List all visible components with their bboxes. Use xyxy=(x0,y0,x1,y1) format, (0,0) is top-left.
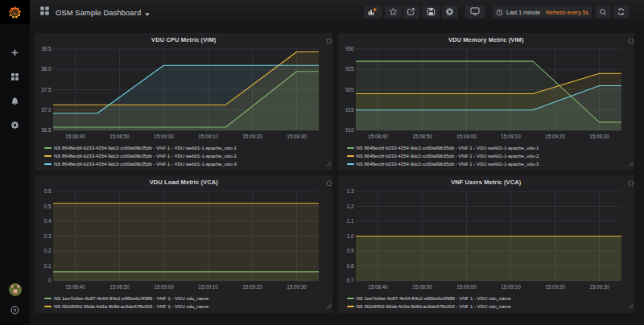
monitor-icon xyxy=(470,5,480,19)
y-tick-label: 915 xyxy=(345,106,353,112)
star-dashboard-button[interactable] xyxy=(385,6,402,19)
x-tick-label: 15:09:10 xyxy=(198,133,218,138)
legend-item[interactable]: NS 8648ecbf-b233-4354-9dc2-cc60a69b35db … xyxy=(44,144,237,152)
x-tick-label: 15:09:20 xyxy=(242,133,262,138)
cycle-view-mode-button[interactable] xyxy=(465,6,485,19)
legend-series-color xyxy=(347,163,354,165)
y-tick-label: 0.2 xyxy=(44,248,52,253)
panel-resize-handle[interactable] xyxy=(326,155,332,170)
panel-legend: NS 1ee7e0ee-6c87-4e64-84e2-e95be6c4f589 … xyxy=(347,294,511,311)
x-tick-label: 15:08:50 xyxy=(109,284,130,290)
x-tick-label: 15:08:50 xyxy=(412,133,432,138)
y-tick-label: 37.0 xyxy=(41,106,52,112)
panel-title[interactable]: VDU Load Metric (VCA) xyxy=(35,179,332,186)
legend-item[interactable]: NS 1ee7e0ee-6c87-4e64-84e2-e95be6c4f589 … xyxy=(347,294,511,302)
panel-3: 00.10.20.30.40.50.615:08:4015:08:5015:09… xyxy=(35,175,332,313)
y-tick-label: 37.5 xyxy=(41,86,52,92)
time-picker-button[interactable]: Last 1 minute Refresh every 5s xyxy=(493,6,592,19)
bar-chart-plus-icon xyxy=(368,5,377,19)
chart-canvas[interactable]: 0.70.80.91.01.11.21.315:08:4015:08:5015:… xyxy=(338,175,635,313)
y-tick-label: 1.2 xyxy=(346,204,353,209)
share-icon xyxy=(407,5,415,19)
add-panel-button[interactable] xyxy=(364,6,382,19)
sidebar-item-profile[interactable] xyxy=(0,279,30,300)
grafana-logo[interactable] xyxy=(0,0,30,24)
panel-2: 91091592092593015:08:4015:08:5015:09:001… xyxy=(338,33,635,171)
save-dashboard-button[interactable] xyxy=(423,6,440,19)
panel-title[interactable]: VDU Memory Metric (VIM) xyxy=(338,36,635,43)
zoom-out-button[interactable] xyxy=(596,6,610,19)
loading-spinner-icon xyxy=(326,175,332,190)
legend-series-color xyxy=(44,147,52,149)
series-fill xyxy=(356,237,621,282)
y-tick-label: 930 xyxy=(345,46,353,51)
legend-series-color xyxy=(44,306,52,307)
x-tick-label: 15:08:40 xyxy=(65,284,85,290)
plus-icon xyxy=(10,48,19,57)
squares-icon xyxy=(10,72,19,81)
legend-series-label: NS 8648ecbf-b233-4354-9dc2-cc60a69b35db … xyxy=(54,146,237,150)
panel-title[interactable]: VDU CPU Metric (VIM) xyxy=(35,36,332,43)
panel-title[interactable]: VNF Users Metric (VCA) xyxy=(338,179,635,186)
dashboard-title-group[interactable]: OSM Sample Dashboard xyxy=(39,0,150,24)
y-tick-label: 0.5 xyxy=(44,204,52,209)
legend-series-label: NS f52d9992-66da-4d3a-9b8d-ac6de678c003 … xyxy=(357,304,511,309)
share-dashboard-button[interactable] xyxy=(403,6,420,19)
x-tick-label: 15:08:40 xyxy=(368,133,388,138)
x-tick-label: 15:09:30 xyxy=(589,133,609,138)
legend-series-label: NS f52d9992-66da-4d3a-9b8d-ac6de678c003 … xyxy=(54,304,208,309)
x-tick-label: 15:09:20 xyxy=(545,284,565,290)
y-tick-label: 0.6 xyxy=(44,188,52,194)
sidebar-item-create[interactable] xyxy=(0,42,30,63)
panel-legend: NS 1ee7e0ee-6c87-4e64-84e2-e95be6c4f589 … xyxy=(44,294,208,311)
legend-item[interactable]: NS 8648ecbf-b233-4354-9dc2-cc60a69b35db … xyxy=(347,152,539,160)
x-tick-label: 15:09:30 xyxy=(287,133,307,138)
legend-item[interactable]: NS f52d9992-66da-4d3a-9b8d-ac6de678c003 … xyxy=(44,302,208,311)
dashboard-title[interactable]: OSM Sample Dashboard xyxy=(56,8,141,17)
legend-series-color xyxy=(347,155,354,157)
question-circle-icon: ? xyxy=(10,306,19,315)
caret-down-icon xyxy=(145,5,150,19)
refresh-dashboard-button[interactable] xyxy=(613,6,629,19)
squares-icon xyxy=(39,5,50,19)
x-tick-label: 15:09:00 xyxy=(456,133,477,138)
x-tick-label: 15:09:30 xyxy=(287,284,307,290)
legend-item[interactable]: NS 8648ecbf-b233-4354-9dc2-cc60a69b35db … xyxy=(347,160,539,168)
legend-series-label: NS 8648ecbf-b233-4354-9dc2-cc60a69b35db … xyxy=(357,162,539,167)
star-icon xyxy=(389,5,398,19)
legend-item[interactable]: NS f52d9992-66da-4d3a-9b8d-ac6de678c003 … xyxy=(347,302,511,311)
user-avatar xyxy=(9,283,22,296)
refresh-icon xyxy=(617,5,625,19)
y-tick-label: 1.3 xyxy=(346,188,353,194)
legend-item[interactable]: NS 8648ecbf-b233-4354-9dc2-cc60a69b35db … xyxy=(44,152,237,160)
legend-series-color xyxy=(347,147,354,149)
loading-spinner-icon xyxy=(326,33,332,47)
sidebar-item-help[interactable]: ? xyxy=(0,299,30,320)
chart-canvas[interactable]: 00.10.20.30.40.50.615:08:4015:08:5015:09… xyxy=(35,175,332,313)
refresh-interval-label: Refresh every 5s xyxy=(546,10,588,15)
dashboard-settings-button[interactable] xyxy=(442,6,458,19)
panel-resize-handle[interactable] xyxy=(326,298,332,312)
sidebar-item-alerting[interactable] xyxy=(0,90,30,111)
legend-series-color xyxy=(347,298,354,299)
series-fill xyxy=(53,65,319,130)
bell-icon xyxy=(10,97,19,105)
x-tick-label: 15:09:00 xyxy=(154,284,174,290)
gear-icon xyxy=(445,5,454,19)
y-tick-label: 0.9 xyxy=(346,248,353,253)
legend-series-label: NS 1ee7e0ee-6c87-4e64-84e2-e95be6c4f589 … xyxy=(54,296,208,301)
svg-text:?: ? xyxy=(14,306,17,312)
legend-series-label: NS 1ee7e0ee-6c87-4e64-84e2-e95be6c4f589 … xyxy=(357,296,511,301)
sidebar-item-configuration[interactable] xyxy=(0,114,30,135)
y-tick-label: 0.3 xyxy=(44,233,52,239)
legend-series-color xyxy=(44,298,52,299)
legend-series-label: NS 8648ecbf-b233-4354-9dc2-cc60a69b35db … xyxy=(357,146,539,150)
legend-item[interactable]: NS 8648ecbf-b233-4354-9dc2-cc60a69b35db … xyxy=(44,160,237,168)
legend-series-label: NS 8648ecbf-b233-4354-9dc2-cc60a69b35db … xyxy=(54,162,237,167)
panel-resize-handle[interactable] xyxy=(628,155,634,170)
panel-resize-handle[interactable] xyxy=(628,298,634,312)
legend-item[interactable]: NS 8648ecbf-b233-4354-9dc2-cc60a69b35db … xyxy=(347,144,539,152)
y-tick-label: 0 xyxy=(48,278,52,283)
sidebar-item-dashboards[interactable] xyxy=(0,66,30,87)
legend-item[interactable]: NS 1ee7e0ee-6c87-4e64-84e2-e95be6c4f589 … xyxy=(44,294,208,302)
